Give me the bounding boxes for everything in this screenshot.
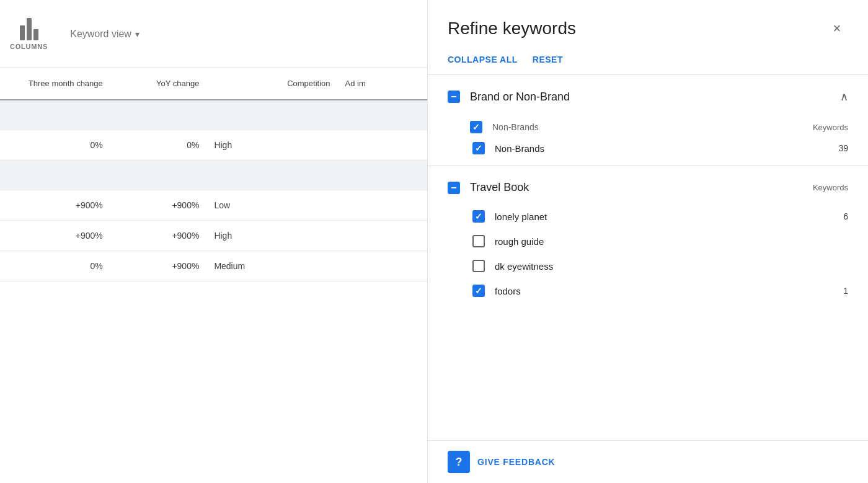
- non-brands-keywords-label: Keywords: [811, 123, 848, 132]
- collapse-all-button[interactable]: COLLAPSE ALL: [448, 55, 518, 64]
- check-icon: ✓: [472, 123, 480, 131]
- cell-adim-1: [338, 130, 427, 160]
- lonely-planet-count: 6: [830, 211, 848, 221]
- dk-eyewitness-checkbox[interactable]: [472, 260, 485, 272]
- table-row[interactable]: +900% +900% Low: [0, 190, 427, 220]
- lonely-planet-item[interactable]: ✓ lonely planet 6: [448, 204, 848, 229]
- group-cell-1: [0, 100, 427, 130]
- non-brands-checkbox[interactable]: ✓: [472, 142, 485, 154]
- header-yoy: YoY change: [110, 68, 207, 100]
- lonely-planet-checkbox[interactable]: ✓: [472, 210, 485, 223]
- minus-icon: −: [451, 92, 456, 102]
- travel-book-section: − Travel Book Keywords ✓ lonely planet 6…: [428, 171, 868, 303]
- data-table: Three month change YoY change Competitio…: [0, 68, 427, 281]
- brand-non-brand-header[interactable]: − Brand or Non-Brand ∧: [448, 80, 848, 113]
- travel-book-checkbox[interactable]: −: [448, 182, 460, 194]
- fodors-item[interactable]: ✓ fodors 1: [448, 278, 848, 303]
- dropdown-arrow-icon: ▾: [135, 29, 140, 39]
- cell-yoy-4: +900%: [110, 250, 207, 281]
- rough-guide-label: rough guide: [495, 236, 820, 247]
- check-icon: ✓: [475, 144, 482, 153]
- brand-non-brand-title: Brand or Non-Brand: [470, 91, 830, 104]
- brand-non-brand-checkbox[interactable]: −: [448, 91, 460, 103]
- fodors-count: 1: [830, 286, 848, 296]
- cell-competition-2: Low: [206, 190, 337, 220]
- col-bar-3: [33, 29, 38, 40]
- chevron-up-icon: ∧: [840, 90, 848, 104]
- cell-yoy-3: +900%: [110, 220, 207, 250]
- cell-yoy-1: 0%: [110, 130, 207, 160]
- brand-non-brand-section: − Brand or Non-Brand ∧ ✓ Non-Brands Keyw…: [428, 80, 868, 161]
- dk-eyewitness-label: dk eyewitness: [495, 261, 820, 272]
- left-panel: COLUMNS Keyword view ▾ Three month chang…: [0, 0, 428, 483]
- columns-button[interactable]: COLUMNS: [10, 18, 48, 50]
- cell-competition-4: Medium: [206, 250, 337, 281]
- cell-competition-1: High: [206, 130, 337, 160]
- table-container: Three month change YoY change Competitio…: [0, 68, 427, 483]
- cell-adim-4: [338, 250, 427, 281]
- feedback-icon: ?: [448, 451, 470, 473]
- feedback-icon-label: ?: [456, 456, 463, 469]
- col-bar-2: [27, 18, 32, 40]
- travel-book-header[interactable]: − Travel Book Keywords: [448, 171, 848, 204]
- dk-eyewitness-item[interactable]: dk eyewitness: [448, 254, 848, 278]
- cell-competition-3: High: [206, 220, 337, 250]
- non-brands-count: 39: [830, 143, 848, 153]
- keyword-view-button[interactable]: Keyword view ▾: [63, 24, 147, 45]
- cell-adim-3: [338, 220, 427, 250]
- cell-three-month-3: +900%: [0, 220, 110, 250]
- group-cell-2: [0, 160, 427, 190]
- refine-content: − Brand or Non-Brand ∧ ✓ Non-Brands Keyw…: [428, 75, 868, 440]
- refine-keywords-panel: Refine keywords × COLLAPSE ALL RESET − B…: [428, 0, 868, 483]
- travel-book-keywords-label: Keywords: [811, 183, 848, 192]
- toolbar: COLUMNS Keyword view ▾: [0, 0, 427, 68]
- close-icon: ×: [833, 20, 841, 37]
- non-brands-item[interactable]: ✓ Non-Brands 39: [448, 136, 848, 161]
- col-bar-1: [20, 25, 25, 40]
- section-divider-1: [428, 166, 868, 166]
- table-header-row: Three month change YoY change Competitio…: [0, 68, 427, 100]
- keyword-view-label: Keyword view: [70, 29, 131, 40]
- lonely-planet-label: lonely planet: [495, 211, 820, 222]
- minus-icon: −: [451, 183, 456, 193]
- non-brands-group-checkbox[interactable]: ✓: [470, 121, 482, 133]
- cell-yoy-2: +900%: [110, 190, 207, 220]
- refine-header: Refine keywords ×: [428, 0, 868, 50]
- table-row[interactable]: 0% +900% Medium: [0, 250, 427, 281]
- cell-three-month-1: 0%: [0, 130, 110, 160]
- columns-icon: [20, 18, 38, 40]
- rough-guide-item[interactable]: rough guide: [448, 229, 848, 254]
- check-icon: ✓: [475, 286, 482, 295]
- fodors-checkbox[interactable]: ✓: [472, 285, 485, 297]
- check-icon: ✓: [475, 212, 482, 221]
- cell-three-month-4: 0%: [0, 250, 110, 281]
- fodors-label: fodors: [495, 286, 820, 296]
- table-row[interactable]: +900% +900% High: [0, 220, 427, 250]
- close-button[interactable]: ×: [826, 17, 848, 40]
- table-row[interactable]: 0% 0% High: [0, 130, 427, 160]
- rough-guide-checkbox[interactable]: [472, 235, 485, 247]
- give-feedback-button[interactable]: GIVE FEEDBACK: [477, 457, 556, 467]
- action-bar: COLLAPSE ALL RESET: [428, 50, 868, 75]
- table-group-row-1: [0, 100, 427, 130]
- header-competition: Competition: [206, 68, 337, 100]
- header-three-month: Three month change: [0, 68, 110, 100]
- cell-three-month-2: +900%: [0, 190, 110, 220]
- non-brands-group-label: Non-Brands: [492, 122, 801, 132]
- columns-label: COLUMNS: [10, 43, 48, 50]
- header-ad-impression: Ad im: [338, 68, 427, 100]
- cell-adim-2: [338, 190, 427, 220]
- reset-button[interactable]: RESET: [533, 55, 563, 64]
- feedback-footer[interactable]: ? GIVE FEEDBACK: [428, 440, 868, 483]
- refine-title: Refine keywords: [448, 19, 576, 38]
- table-group-row-2: [0, 160, 427, 190]
- non-brands-label: Non-Brands: [495, 143, 820, 154]
- non-brands-group-header: ✓ Non-Brands Keywords: [448, 113, 848, 136]
- travel-book-title: Travel Book: [470, 181, 801, 194]
